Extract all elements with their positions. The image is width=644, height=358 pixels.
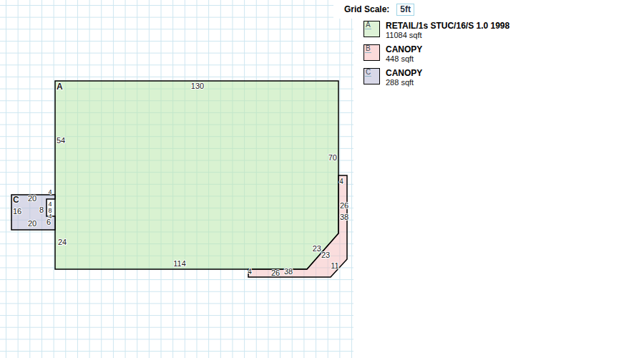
dimension-label: 8: [39, 205, 44, 214]
dimension-label: 54: [57, 136, 65, 145]
dimension-label: 4: [48, 188, 52, 195]
legend-letter-B: B: [365, 44, 371, 53]
grid-scale-label: Grid Scale:: [344, 4, 389, 14]
legend-swatch-C[interactable]: C: [364, 68, 380, 84]
legend-letter-A: A: [365, 21, 371, 29]
shape-id-label: C: [13, 195, 19, 205]
dimension-label: 26: [340, 201, 348, 210]
shape-A-polygon[interactable]: [55, 81, 338, 269]
dimension-label: 23: [321, 251, 330, 259]
legend-item-B: B CANOPY 448 sqft: [364, 44, 644, 63]
legend: A RETAIL/1s STUC/16/S 1.0 1998 11084 sqf…: [353, 19, 644, 358]
legend-item-A: A RETAIL/1s STUC/16/S 1.0 1998 11084 sqf…: [364, 21, 644, 39]
legend-name-C: CANOPY: [386, 69, 422, 78]
dimension-label: 130: [191, 82, 204, 90]
dimension-label: 38: [284, 267, 293, 276]
legend-item-C: C CANOPY 288 sqft: [364, 68, 644, 87]
dimension-label: 4: [48, 213, 52, 220]
dimension-label: 24: [58, 238, 67, 246]
dimension-label: 70: [328, 153, 337, 162]
dimension-label: 11: [331, 261, 338, 270]
legend-swatch-B[interactable]: B: [364, 44, 380, 61]
dimension-label: 26: [271, 268, 280, 277]
legend-name-B: CANOPY: [386, 45, 422, 54]
shape-id-label: A: [57, 82, 63, 92]
legend-area-A: 11084 sqft: [386, 31, 509, 39]
legend-name-A: RETAIL/1s STUC/16/S 1.0 1998: [386, 21, 509, 31]
dimension-label: 4: [248, 268, 252, 276]
dimension-label: 16: [13, 207, 21, 216]
grid-scale-value-field[interactable]: 5ft: [396, 4, 414, 16]
sketch-canvas[interactable]: A1305470241142342638231138264C2016820644…: [0, 0, 353, 358]
dimension-label: 38: [340, 213, 348, 221]
grid-scale-bar: Grid Scale: 5ft: [333, 0, 644, 19]
dimension-label: 20: [28, 219, 36, 228]
legend-letter-C: C: [365, 68, 371, 77]
legend-area-C: 288 sqft: [386, 78, 422, 87]
sketch-app: A1305470241142342638231138264C2016820644…: [0, 0, 644, 358]
dimension-label: 20: [28, 194, 36, 203]
legend-area-B: 448 sqft: [386, 54, 422, 63]
legend-swatch-A[interactable]: A: [364, 21, 380, 37]
sketch-svg: A1305470241142342638231138264C2016820644…: [0, 0, 353, 358]
dimension-label: 23: [313, 244, 321, 253]
dimension-label: 4: [339, 178, 343, 185]
dimension-label: 114: [173, 259, 186, 268]
